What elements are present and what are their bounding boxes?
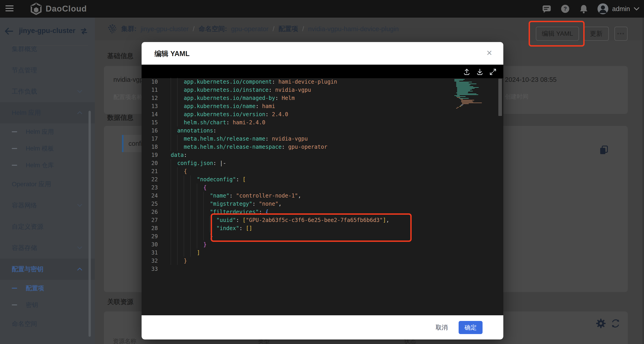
sidebar-item-label: 配置项 — [26, 284, 44, 292]
user-menu[interactable]: admin — [597, 3, 640, 15]
code-line-31[interactable]: 31] — [142, 249, 494, 257]
sidebar-item-secrets[interactable]: 密钥 — [0, 296, 95, 313]
code-line-24[interactable]: 24"name": "controller-node-1", — [142, 192, 494, 200]
code-line-22[interactable]: 22"nodeconfig": [ — [142, 175, 494, 184]
update-button[interactable]: 更新 — [584, 27, 609, 41]
sidebar-item-namespaces[interactable]: 命名空间 — [0, 313, 95, 334]
sidebar-scrollbar[interactable] — [88, 111, 91, 337]
chat-icon[interactable] — [542, 4, 552, 14]
sidebar-item-label: Helm 应用 — [26, 128, 54, 136]
confirm-button[interactable]: 确定 — [458, 321, 482, 334]
code-line-33[interactable]: 33 — [142, 265, 494, 273]
sidebar-item-configmaps[interactable]: 配置项 — [0, 280, 95, 296]
code-line-23[interactable]: 23{ — [142, 184, 494, 192]
sidebar-item-workloads[interactable]: 工作负载 — [0, 81, 95, 102]
edit-yaml-button[interactable]: 编辑 YAML — [536, 27, 579, 41]
sidebar-item-container-storage[interactable]: 容器存储 — [0, 237, 95, 259]
gear-icon[interactable] — [596, 318, 606, 329]
line-number: 24 — [145, 192, 158, 200]
page-scrollbar[interactable] — [642, 18, 644, 344]
sidebar-item-node-management[interactable]: 节点管理 — [0, 60, 95, 81]
code-line-11[interactable]: 11app.kubernetes.io/instance: nvidia-vgp… — [142, 86, 494, 94]
token-str: hami — [262, 103, 275, 109]
token-punc: |- — [220, 160, 226, 166]
code-line-21[interactable]: 21{ — [142, 167, 494, 175]
bell-icon[interactable] — [579, 4, 589, 14]
code-line-28[interactable]: 28"index": [] — [142, 224, 494, 232]
sidebar-item-cluster-overview[interactable]: 集群概览 — [0, 45, 95, 60]
username: admin — [612, 5, 630, 13]
switch-cluster-icon[interactable] — [80, 27, 88, 36]
token-punc: , — [278, 201, 282, 207]
line-number: 18 — [145, 143, 158, 151]
code-line-10[interactable]: 10app.kubernetes.io/component: hami-devi… — [142, 78, 494, 86]
sidebar-item-label: Helm 仓库 — [26, 161, 54, 169]
code-line-32[interactable]: 32} — [142, 257, 494, 265]
code-line-18[interactable]: 18meta.helm.sh/release-namespace: gpu-op… — [142, 143, 494, 151]
code-line-13[interactable]: 13app.kubernetes.io/name: hami — [142, 102, 494, 110]
token-key: "migstrategy" — [210, 201, 252, 207]
token-str: "controller-node-1" — [236, 193, 298, 199]
download-icon[interactable] — [476, 68, 484, 76]
code-line-19[interactable]: 19data: — [142, 151, 494, 159]
fullscreen-icon[interactable] — [489, 68, 497, 76]
code-line-16[interactable]: 16annotations: — [142, 127, 494, 135]
brand: DaoCloud — [30, 3, 87, 15]
line-number: 12 — [145, 94, 158, 102]
editor-scrollbar[interactable] — [498, 78, 502, 315]
configmap-dots-icon — [107, 24, 118, 34]
help-icon[interactable]: ? — [560, 4, 570, 14]
code-line-14[interactable]: 14app.kubernetes.io/version: 2.4.0 — [142, 110, 494, 118]
svg-text:?: ? — [564, 6, 567, 12]
token-str: nvidia-vgpu — [272, 136, 308, 142]
more-actions-button[interactable]: ••• — [614, 27, 628, 41]
breadcrumb-segment[interactable]: 集群: — [121, 25, 136, 34]
line-number: 20 — [145, 159, 158, 167]
sidebar-item-helm-repos[interactable]: Helm 仓库 — [0, 157, 95, 174]
code-line-12[interactable]: 12app.kubernetes.io/managed-by: Helm — [142, 94, 494, 102]
breadcrumb-segment[interactable]: jinye-gpu-cluster — [141, 25, 189, 33]
breadcrumb-segment[interactable]: 配置项 — [278, 25, 298, 34]
code-line-27[interactable]: 27"uuid": ["GPU-2ab63f5c-c3f6-6e25-bee2-… — [142, 216, 494, 224]
line-number: 25 — [145, 200, 158, 208]
sidebar-item-container-network[interactable]: 容器网络 — [0, 195, 95, 216]
token-str: "GPU-2ab63f5c-c3f6-6e25-bee2-7fa65fb6b6d… — [246, 217, 383, 223]
sidebar-item-helm-templates[interactable]: Helm 模板 — [0, 140, 95, 157]
sidebar-item-custom-resources[interactable]: 自定义资源 — [0, 216, 95, 237]
breadcrumb-segment[interactable]: 命名空间: — [199, 25, 227, 34]
token-punc: : — [230, 193, 236, 199]
token-punc: , — [298, 193, 301, 199]
code-line-17[interactable]: 17meta.helm.sh/release-name: nvidia-vgpu — [142, 135, 494, 143]
breadcrumb-segment[interactable]: nvidia-vgpu-hami-device-plugin — [308, 25, 398, 33]
editor-minimap[interactable] — [454, 79, 497, 174]
token-punc: : — [259, 209, 265, 215]
cancel-button[interactable]: 取消 — [436, 323, 448, 331]
line-number: 10 — [145, 78, 158, 86]
yaml-editor[interactable]: 10app.kubernetes.io/component: hami-devi… — [142, 65, 503, 315]
refresh-icon[interactable] — [610, 318, 621, 329]
sidebar-item-helm-apps-group[interactable]: Helm 应用 — [0, 102, 95, 123]
code-line-26[interactable]: 26"filterdevices": { — [142, 208, 494, 216]
sidebar: jinye-gpu-cluster 集群概览节点管理工作负载Helm 应用Hel… — [0, 18, 95, 344]
token-str: hami-device-plugin — [278, 79, 337, 85]
editor-toolbar — [142, 65, 503, 78]
sidebar-item-helm-apps[interactable]: Helm 应用 — [0, 123, 95, 140]
sub-item-dash — [12, 304, 17, 305]
sidebar-item-label: 工作负载 — [12, 87, 37, 96]
token-punc: : — [213, 128, 216, 134]
top-navbar: DaoCloud ? — [0, 0, 644, 18]
close-icon[interactable]: × — [484, 47, 495, 59]
breadcrumb-segment[interactable]: gpu-operator — [231, 25, 268, 33]
upload-icon[interactable] — [463, 68, 471, 76]
sidebar-item-config-secrets-group[interactable]: 配置与密钥 — [0, 259, 95, 280]
menu-hamburger-icon[interactable] — [6, 6, 14, 12]
copy-icon[interactable] — [599, 145, 609, 155]
code-line-30[interactable]: 30} — [142, 240, 494, 249]
sidebar-item-operator-apps[interactable]: Operator 应用 — [0, 174, 95, 195]
code-line-25[interactable]: 25"migstrategy": "none", — [142, 200, 494, 208]
token-b4: } — [210, 233, 213, 240]
code-line-15[interactable]: 15helm.sh/chart: hami-2.4.0 — [142, 118, 494, 127]
code-line-20[interactable]: 20config.json: |- — [142, 159, 494, 167]
code-line-29[interactable]: 29} — [142, 232, 494, 240]
back-arrow-icon[interactable] — [4, 26, 14, 36]
